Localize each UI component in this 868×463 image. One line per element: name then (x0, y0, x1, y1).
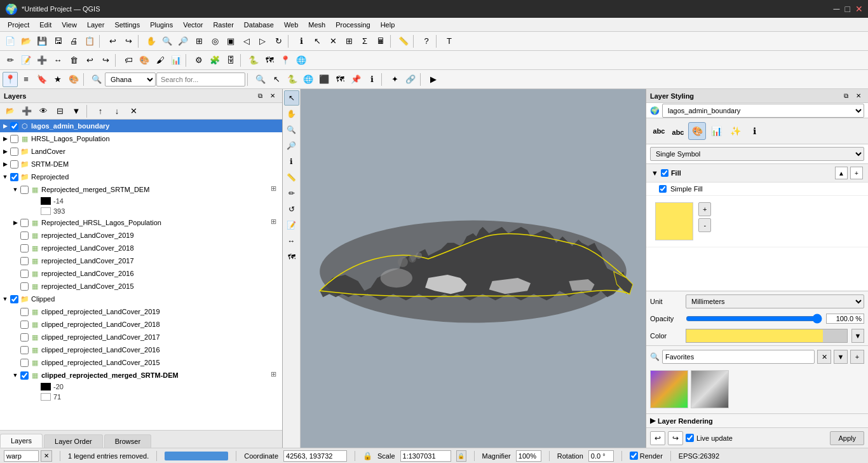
info-button[interactable]: ℹ (364, 72, 379, 87)
layer-checkbox[interactable] (20, 257, 29, 265)
style-button3[interactable]: 🎨 (66, 72, 81, 87)
vtb-pan-button[interactable]: ✋ (284, 106, 299, 121)
move-up-button[interactable]: ↑ (93, 104, 108, 119)
color-button[interactable]: 🎨 (137, 53, 152, 68)
quick-locate-button[interactable]: 📌 (348, 72, 363, 87)
styling-tab-label2[interactable]: abc (669, 123, 687, 141)
layer-item-clipped-lc-2016[interactable]: ▶ ▦ clipped_reprojected_LandCover_2016 (0, 343, 282, 356)
menu-layer[interactable]: Layer (82, 20, 110, 30)
layer-item-reproj-lc-2018[interactable]: ▶ ▦ reprojected_LandCover_2018 (0, 242, 282, 254)
tab-layer-order[interactable]: Layer Order (44, 434, 103, 448)
scale-input[interactable] (400, 450, 451, 462)
layer-checkbox[interactable] (20, 308, 29, 316)
layer-checkbox[interactable] (20, 219, 29, 227)
georeference-button[interactable]: ✦ (387, 72, 402, 87)
open-project-button[interactable]: 📂 (18, 34, 34, 49)
layer-item-reproj-lc-2017[interactable]: ▶ ▦ reprojected_LandCover_2017 (0, 254, 282, 267)
layers-header-controls[interactable]: ⧉ ✕ (254, 90, 278, 102)
layer-item-reproj-lc-2019[interactable]: ▶ ▦ reprojected_LandCover_2019 (0, 229, 282, 242)
python-console-button[interactable]: 🐍 (285, 72, 300, 87)
layers-panel-button[interactable]: ≡ (18, 72, 34, 87)
search-input[interactable] (156, 73, 245, 86)
live-update-checkbox[interactable] (686, 434, 694, 442)
expand-icon[interactable]: ▼ (11, 186, 19, 193)
layer-rendering-arrow[interactable]: ▶ (650, 417, 655, 425)
feature-search-button[interactable]: 🔍 (253, 72, 268, 87)
add-feature-button[interactable]: ➕ (34, 53, 50, 68)
layers-close-button[interactable]: ✕ (267, 90, 278, 102)
layer-checkbox[interactable] (20, 186, 29, 194)
processing-button[interactable]: ⚙ (191, 53, 207, 68)
vtb-3d-button[interactable]: 🗺 (284, 249, 299, 265)
zoom-next-button[interactable]: ▷ (255, 34, 270, 49)
styling-layer-dropdown[interactable]: lagos_admin_boundary (662, 104, 864, 118)
zoom-layer-button[interactable]: ◎ (207, 34, 222, 49)
styling-undo-button[interactable]: ↩ (650, 431, 665, 445)
expand-icon[interactable]: ▼ (11, 371, 19, 379)
plugins-button2[interactable]: 🧩 (207, 53, 222, 68)
menu-processing[interactable]: Processing (330, 20, 375, 30)
identify-button[interactable]: ℹ (294, 34, 309, 49)
expand-icon[interactable]: ▶ (1, 122, 9, 130)
new-bookmark-button[interactable]: ★ (50, 72, 65, 87)
minimize-button[interactable]: ─ (834, 4, 840, 14)
apply-button[interactable]: Apply (830, 431, 864, 445)
qgis-server-button[interactable]: 🌐 (301, 72, 316, 87)
vtb-digitize-button[interactable]: ✏ (284, 186, 299, 201)
fill-options-up[interactable]: ▲ (835, 167, 848, 179)
expand-icon[interactable]: ▼ (1, 295, 9, 303)
help-button[interactable]: ? (419, 34, 434, 49)
nominatim-button[interactable]: 🌐 (294, 53, 309, 68)
feature-select-button[interactable]: ↖ (269, 72, 284, 87)
menu-raster[interactable]: Raster (208, 20, 238, 30)
unit-dropdown[interactable]: Millimeters (686, 294, 864, 308)
style-manager-button[interactable]: 🖌 (153, 53, 168, 68)
move-down-button[interactable]: ↓ (109, 104, 125, 119)
styling-tab-metadata[interactable]: ℹ (745, 122, 763, 140)
renderer-dropdown[interactable]: Single Symbol (650, 147, 864, 161)
deselect-button[interactable]: ✕ (325, 34, 341, 49)
vtb-zoomin-button[interactable]: 🔍 (284, 122, 299, 137)
layer-checkbox[interactable] (10, 135, 18, 143)
layers-float-button[interactable]: ⧉ (254, 90, 266, 102)
print-button[interactable]: 🖨 (66, 34, 81, 49)
layer-checkbox[interactable] (10, 160, 18, 169)
geocoder-button[interactable]: 📍 (278, 53, 293, 68)
layer-checkbox[interactable] (20, 371, 29, 380)
more-layer-button[interactable]: ▼ (69, 104, 84, 119)
menu-project[interactable]: Project (3, 20, 34, 30)
layer-item-clipped-lc-2017[interactable]: ▶ ▦ clipped_reprojected_LandCover_2017 (0, 331, 282, 343)
scale-lock-button[interactable]: 🔒 (456, 450, 466, 462)
layer-checkbox[interactable] (20, 346, 29, 354)
vtb-measure-button[interactable]: 📏 (284, 170, 299, 185)
tab-layers[interactable]: Layers (0, 434, 43, 448)
layer-checkbox[interactable] (10, 148, 18, 156)
select-button[interactable]: ↖ (309, 34, 325, 49)
undo-button[interactable]: ↩ (105, 34, 120, 49)
fill-options-add[interactable]: + (850, 167, 863, 179)
vtb-annotate-button[interactable]: 📝 (284, 218, 299, 233)
fill-expand-arrow[interactable]: ▼ (651, 169, 658, 177)
layer-item-reprojected-merged-srtm[interactable]: ▼ ▦ Reprojected_merged_SRTM_DEM ⊞ (0, 183, 282, 196)
search-map-button[interactable]: 🔍 (89, 72, 104, 87)
layer-item-clipped[interactable]: ▼ 📁 Clipped (0, 293, 282, 305)
menu-vector[interactable]: Vector (178, 20, 208, 30)
vtb-move-button[interactable]: ↔ (284, 233, 299, 249)
menu-plugins[interactable]: Plugins (145, 20, 178, 30)
favorites-options-button[interactable]: ▼ (834, 350, 848, 364)
db-button[interactable]: 🗄 (223, 53, 238, 68)
menu-help[interactable]: Help (376, 20, 400, 30)
simplefill-checkbox[interactable] (659, 185, 667, 193)
styling-header-controls[interactable]: ⧉ ✕ (840, 90, 864, 102)
stats-button[interactable]: Σ (357, 34, 372, 49)
expand-icon[interactable]: ▶ (1, 135, 9, 142)
refresh-button[interactable]: ↻ (271, 34, 286, 49)
zoom-out-button[interactable]: 🔎 (175, 34, 191, 49)
current-location-button[interactable]: 📍 (3, 72, 18, 87)
measure-button[interactable]: 📏 (396, 34, 411, 49)
layer-checkbox[interactable] (20, 244, 29, 252)
favorites-clear-button[interactable]: ✕ (817, 350, 831, 364)
layer-item-reproj-lc-2016[interactable]: ▶ ▦ reprojected_LandCover_2016 (0, 267, 282, 280)
expand-icon[interactable]: ▶ (1, 160, 9, 168)
python-button[interactable]: 🐍 (246, 53, 261, 68)
